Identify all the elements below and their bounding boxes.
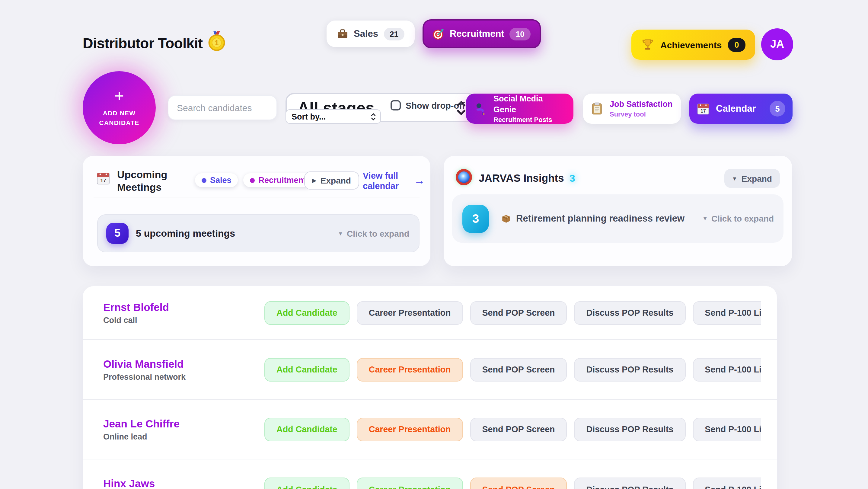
meetings-legend: Sales Recruitment — [195, 173, 313, 187]
candidate-name[interactable]: Jean Le Chiffre — [103, 418, 265, 430]
action-send-p-100-link[interactable]: Send P-100 Link — [693, 301, 761, 325]
achievements-button[interactable]: Achievements 0 — [631, 30, 755, 60]
action-career-presentation[interactable]: Career Presentation — [357, 418, 463, 441]
chevron-down-icon: ▼ — [338, 230, 343, 236]
candidate-name[interactable]: Hinx Jaws — [103, 478, 265, 489]
insight-count-badge: 3 — [462, 204, 489, 233]
target-icon — [433, 28, 444, 39]
view-full-calendar-link[interactable]: View full calendar — [363, 171, 407, 192]
meetings-expand-label: Expand — [320, 176, 351, 185]
action-send-pop-screen[interactable]: Send POP Screen — [470, 418, 567, 441]
insights-card-title: JARVAS Insights — [479, 172, 564, 185]
app-window: Distributor Toolkit 1 Sales 21 — [0, 0, 868, 489]
upcoming-meetings-card: 17 Upcoming Meetings Sales Recruitment ▶… — [83, 156, 430, 266]
candidate-info: Ernst Blofeld Cold call — [83, 301, 265, 325]
action-discuss-pop-results[interactable]: Discuss POP Results — [574, 418, 686, 441]
meetings-summary-text: 5 upcoming meetings — [136, 228, 235, 239]
sort-select[interactable]: Sort by... — [285, 109, 381, 124]
expand-right-icon: ▶ — [312, 178, 316, 184]
plus-icon: + — [114, 88, 124, 104]
tab-sales[interactable]: Sales 21 — [327, 21, 415, 47]
recruitment-dot-icon — [250, 178, 255, 183]
legend-sales-chip[interactable]: Sales — [195, 173, 238, 187]
add-new-candidate-button[interactable]: + ADD NEW CANDIDATE — [83, 71, 156, 144]
meetings-expand-hint-label: Click to expand — [347, 228, 409, 238]
legend-recruitment-chip[interactable]: Recruitment — [244, 173, 313, 187]
meetings-expand-hint: ▼ Click to expand — [338, 228, 409, 238]
add-new-label-line2: CANDIDATE — [99, 118, 140, 128]
search-input[interactable] — [168, 95, 277, 120]
insights-count: 3 — [569, 172, 575, 184]
briefcase-icon — [337, 28, 348, 39]
page-title: Distributor Toolkit — [83, 35, 203, 52]
select-chevrons-icon — [371, 113, 376, 120]
calendar-button[interactable]: 17 Calendar 5 — [689, 94, 793, 124]
candidate-info: Jean Le Chiffre Online lead — [83, 418, 265, 441]
candidate-actions: Add CandidateCareer PresentationSend POP… — [265, 418, 761, 441]
candidate-name[interactable]: Olivia Mansfield — [103, 358, 265, 370]
mode-tabs: Sales 21 Recruitment 10 — [327, 19, 541, 48]
genie-subtitle: Recruitment Posts — [493, 115, 566, 124]
insight-item-row[interactable]: 3 Retirement planning readiness review ▼… — [452, 194, 783, 243]
action-career-presentation[interactable]: Career Presentation — [357, 301, 463, 325]
social-media-genie-button[interactable]: Social Media Genie Recruitment Posts — [466, 94, 574, 124]
package-icon — [501, 213, 511, 224]
action-discuss-pop-results[interactable]: Discuss POP Results — [574, 478, 686, 489]
job-satisfaction-title: Job Satisfaction — [610, 99, 673, 110]
chevron-down-icon: ▼ — [732, 175, 737, 181]
gold-medal-icon: 1 — [206, 30, 227, 52]
svg-text:17: 17 — [100, 178, 106, 184]
meetings-expand-button[interactable]: ▶ Expand — [304, 172, 359, 189]
action-send-pop-screen[interactable]: Send POP Screen — [470, 358, 567, 381]
candidate-info: Hinx Jaws Social media activities — [83, 478, 265, 489]
candidate-source: Online lead — [103, 432, 265, 441]
candidate-source: Cold call — [103, 315, 265, 325]
tab-recruitment-count-badge: 10 — [510, 28, 531, 40]
calendar-icon: 17 — [696, 102, 710, 115]
meetings-summary-row[interactable]: 5 5 upcoming meetings ▼ Click to expand — [97, 214, 420, 252]
action-send-pop-screen[interactable]: Send POP Screen — [470, 478, 567, 489]
action-discuss-pop-results[interactable]: Discuss POP Results — [574, 301, 686, 325]
tab-recruitment[interactable]: Recruitment 10 — [423, 19, 541, 48]
action-send-p-100-link[interactable]: Send P-100 Link — [693, 478, 761, 489]
insight-item: Retirement planning readiness review — [501, 213, 684, 224]
action-add-candidate[interactable]: Add Candidate — [265, 418, 349, 441]
insights-title-row: JARVAS Insights 3 — [479, 172, 575, 185]
action-career-presentation[interactable]: Career Presentation — [357, 478, 463, 489]
chevron-down-icon: ▼ — [702, 216, 708, 221]
action-add-candidate[interactable]: Add Candidate — [265, 301, 349, 325]
jarvas-insights-card: JARVAS Insights 3 ▼ Expand 3 Retirement … — [444, 156, 792, 266]
trophy-icon — [641, 38, 654, 51]
insights-expand-button[interactable]: ▼ Expand — [724, 169, 780, 188]
avatar[interactable]: JA — [761, 28, 793, 60]
tab-sales-label: Sales — [354, 28, 378, 39]
candidate-actions: Add CandidateCareer PresentationSend POP… — [265, 301, 761, 325]
calendar-label: Calendar — [716, 103, 756, 114]
job-satisfaction-button[interactable]: Job Satisfaction Survey tool — [583, 94, 681, 124]
meetings-count-badge: 5 — [106, 223, 129, 244]
action-career-presentation[interactable]: Career Presentation — [357, 358, 463, 381]
action-add-candidate[interactable]: Add Candidate — [265, 358, 349, 381]
show-dropoff-toggle[interactable]: Show drop-off — [391, 100, 465, 111]
candidate-info: Olivia Mansfield Professional network — [83, 358, 265, 381]
candidate-row: Ernst Blofeld Cold call Add CandidateCar… — [83, 286, 777, 340]
candidate-name[interactable]: Ernst Blofeld — [103, 301, 265, 314]
clipboard-icon — [590, 102, 603, 115]
action-send-p-100-link[interactable]: Send P-100 Link — [693, 418, 761, 441]
achievements-label: Achievements — [660, 39, 722, 50]
genie-title: Social Media Genie — [493, 93, 566, 115]
svg-text:1: 1 — [215, 39, 218, 47]
action-add-candidate[interactable]: Add Candidate — [265, 478, 349, 489]
show-dropoff-checkbox[interactable] — [391, 100, 401, 111]
candidate-actions: Add CandidateCareer PresentationSend POP… — [265, 358, 761, 381]
action-send-pop-screen[interactable]: Send POP Screen — [470, 301, 567, 325]
calendar-icon: 17 — [96, 171, 111, 185]
action-discuss-pop-results[interactable]: Discuss POP Results — [574, 358, 686, 381]
candidate-row: Hinx Jaws Social media activities Add Ca… — [83, 459, 777, 489]
sales-dot-icon — [202, 178, 207, 183]
action-send-p-100-link[interactable]: Send P-100 Link — [693, 358, 761, 381]
divider — [94, 197, 420, 197]
tab-recruitment-label: Recruitment — [450, 28, 504, 39]
arrow-right-icon[interactable]: → — [414, 175, 425, 187]
calendar-count-badge: 5 — [770, 101, 785, 117]
